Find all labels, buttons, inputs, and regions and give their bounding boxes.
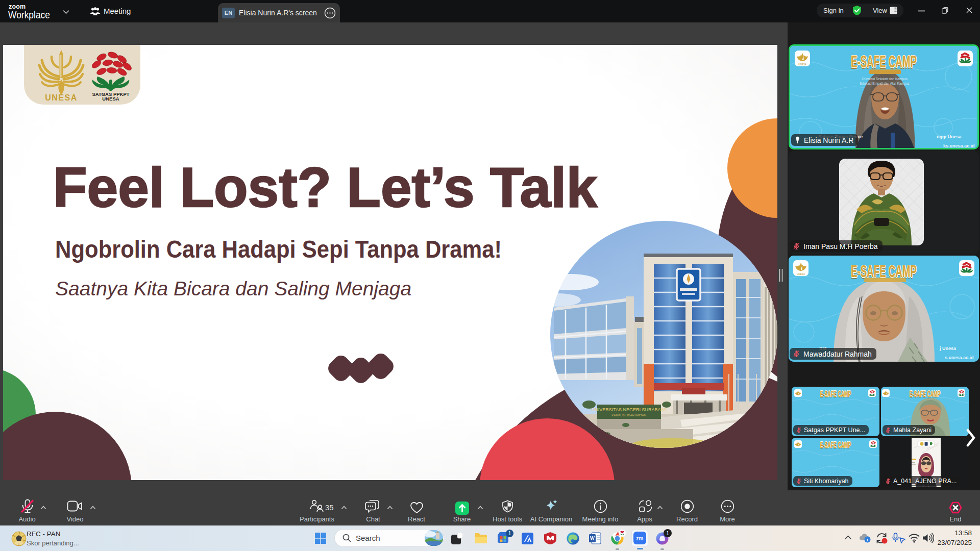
svg-text:KAMPUS LIDAH WETAN: KAMPUS LIDAH WETAN [611, 414, 646, 417]
svg-text:UNESA: UNESA [797, 273, 805, 276]
svg-text:UNIVERSITAS NEGERI SURABAYA: UNIVERSITAS NEGERI SURABAYA [592, 407, 667, 412]
svg-text:nggi Unesa: nggi Unesa [937, 134, 962, 139]
svg-text:s.unesa.ac.id: s.unesa.ac.id [945, 355, 974, 360]
svg-text:zm: zm [636, 536, 644, 541]
svg-text:j Unesa: j Unesa [939, 346, 957, 351]
svg-text:ks.unesa.ac.id: ks.unesa.ac.id [943, 143, 975, 148]
svg-text:UNESA: UNESA [798, 63, 806, 66]
svg-text:i: i [867, 537, 868, 542]
svg-text:UNESA: UNESA [45, 93, 78, 101]
svg-text:UNESA: UNESA [102, 96, 119, 101]
